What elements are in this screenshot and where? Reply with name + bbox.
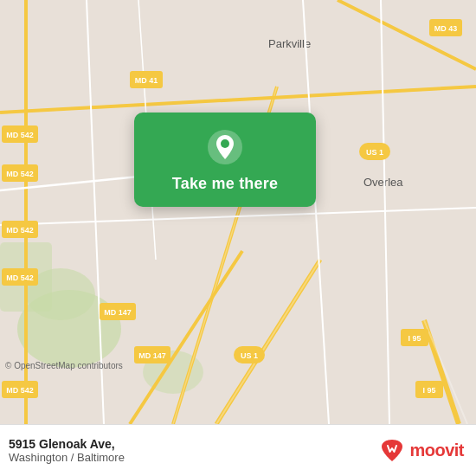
svg-text:MD 542: MD 542 — [6, 386, 34, 395]
location-pin-icon — [206, 128, 244, 166]
svg-text:MD 542: MD 542 — [6, 131, 34, 139]
svg-text:MD 542: MD 542 — [6, 226, 34, 235]
take-me-there-label: Take me there — [172, 175, 278, 193]
address-text: 5915 Glenoak Ave, — [9, 437, 125, 451]
svg-text:I 95: I 95 — [408, 334, 421, 343]
svg-text:MD 542: MD 542 — [6, 170, 34, 178]
svg-point-50 — [221, 139, 229, 148]
svg-text:Parkville: Parkville — [268, 37, 311, 50]
svg-text:MD 41: MD 41 — [135, 76, 158, 85]
svg-text:MD 147: MD 147 — [104, 308, 132, 317]
moovit-icon — [378, 437, 406, 465]
svg-text:MD 43: MD 43 — [434, 24, 458, 33]
svg-text:I 95: I 95 — [422, 386, 435, 395]
osm-attribution: © OpenStreetMap contributors — [5, 361, 123, 370]
moovit-text: moovit — [409, 441, 464, 460]
moovit-logo: moovit — [378, 437, 464, 465]
svg-text:US 1: US 1 — [366, 148, 383, 157]
footer-bar: 5915 Glenoak Ave, Washington / Baltimore… — [0, 424, 476, 476]
footer-left: 5915 Glenoak Ave, Washington / Baltimore — [9, 437, 125, 464]
city-text: Washington / Baltimore — [9, 451, 125, 464]
svg-text:US 1: US 1 — [241, 351, 258, 360]
map-container: Parkville Overlea MD 542 MD 542 — [0, 0, 476, 424]
svg-text:MD 147: MD 147 — [138, 351, 166, 360]
take-me-there-button[interactable]: Take me there — [134, 113, 316, 207]
svg-text:MD 542: MD 542 — [6, 273, 34, 282]
svg-text:Overlea: Overlea — [363, 176, 403, 189]
